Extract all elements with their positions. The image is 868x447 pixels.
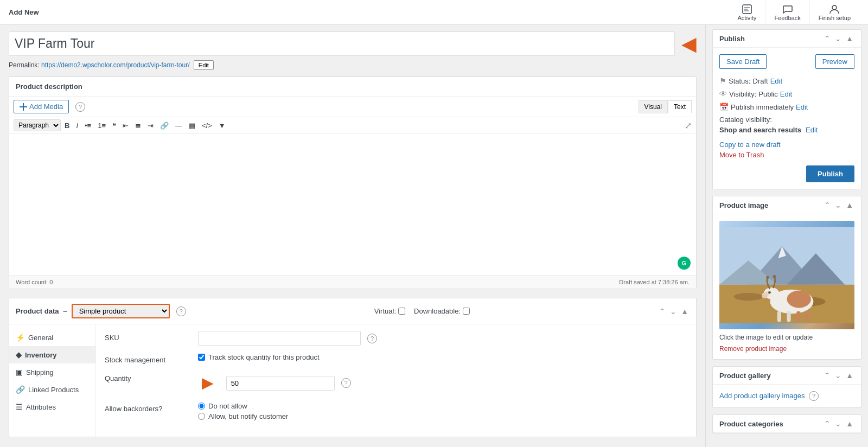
gallery-collapse-button[interactable]: ▲ [845,371,854,380]
add-gallery-link[interactable]: Add product gallery images [719,392,807,400]
editor-body[interactable]: G [9,134,696,275]
expand-editor-button[interactable]: ⤢ [685,120,692,131]
help-icon[interactable]: ? [75,102,85,112]
activity-icon [742,4,752,15]
categories-up-button[interactable]: ⌃ [823,419,832,428]
categories-collapse-button[interactable]: ▲ [845,419,854,428]
align-center-button[interactable]: ≣ [132,120,144,131]
add-media-icon [20,103,27,111]
image-down-button[interactable]: ⌄ [834,201,843,209]
product-image-panel-header[interactable]: Product image ⌃ ⌄ ▲ [713,196,861,214]
status-label: Status: [729,77,750,85]
image-collapse-button[interactable]: ▲ [845,201,854,209]
draft-saved: Draft saved at 7:38:26 am. [619,279,690,285]
backorder-allow-notify-radio[interactable] [198,413,205,420]
pd-down-button[interactable]: ⌄ [669,307,678,316]
quantity-help-icon[interactable]: ? [341,378,351,388]
product-type-help-icon[interactable]: ? [176,306,186,316]
backorder-do-not-allow-radio[interactable] [198,403,205,410]
paragraph-select[interactable]: Paragraph [14,119,61,131]
svg-point-14 [766,276,769,279]
quantity-input[interactable] [226,376,335,391]
sku-help-icon[interactable]: ? [367,334,377,343]
backorders-field-row: Allow backorders? Do not allow Allow, bu… [105,402,687,423]
product-gallery-panel-header[interactable]: Product gallery ⌃ ⌄ ▲ [713,367,861,385]
copy-draft-link[interactable]: Copy to a new draft [719,141,854,149]
save-draft-button[interactable]: Save Draft [719,54,767,69]
image-up-button[interactable]: ⌃ [823,201,832,209]
move-trash-link[interactable]: Move to Trash [719,151,854,159]
tab-general[interactable]: ⚡ General [9,329,95,346]
pd-collapse-button[interactable]: ▲ [680,307,690,316]
permalink-edit-button[interactable]: Edit [194,60,214,70]
product-type-select[interactable]: Simple product Variable product Grouped … [72,304,170,318]
product-image-preview[interactable] [719,221,854,329]
catalog-visibility-row: Catalog visibility: Shop and search resu… [719,113,854,136]
italic-button[interactable]: I [73,120,81,131]
svg-rect-3 [23,103,24,111]
sku-input[interactable] [198,331,361,346]
activity-label: Activity [738,15,757,21]
publish-collapse-button[interactable]: ▲ [845,34,854,43]
sku-field-row: SKU ? [105,331,687,346]
backorders-label: Allow backorders? [105,402,192,413]
publish-panel-header[interactable]: Publish ⌃ ⌄ ▲ [713,30,861,48]
visual-tab[interactable]: Visual [639,100,668,113]
backorder-do-not-allow-row: Do not allow [198,402,687,410]
topbar-actions: Activity Feedback Finish setup [729,1,859,24]
link-button[interactable]: 🔗 [157,120,171,131]
blockquote-button[interactable]: ❝ [110,120,119,131]
product-title-input[interactable]: VIP Farm Tour [9,31,675,56]
align-left-button[interactable]: ⇤ [120,120,131,131]
linked-products-icon: 🔗 [16,385,25,394]
product-categories-header[interactable]: Product categories ⌃ ⌄ ▲ [713,415,861,433]
product-categories-panel: Product categories ⌃ ⌄ ▲ [712,414,861,433]
hr-button[interactable]: ― [173,120,185,131]
attributes-icon: ☰ [16,403,23,411]
svg-rect-20 [777,311,781,322]
finish-setup-button[interactable]: Finish setup [809,1,859,24]
visibility-edit-link[interactable]: Edit [780,90,792,98]
pd-up-button[interactable]: ⌃ [658,307,667,316]
feedback-button[interactable]: Feedback [765,1,809,24]
catalog-edit-link[interactable]: Edit [806,126,818,134]
categories-down-button[interactable]: ⌄ [834,419,843,428]
gallery-up-button[interactable]: ⌃ [823,371,832,380]
bold-button[interactable]: B [62,120,72,131]
permalink-label: Permalink: [9,61,40,69]
virtual-label: Virtual: [374,307,396,315]
downloadable-checkbox[interactable] [463,308,470,315]
activity-button[interactable]: Activity [729,1,765,24]
tab-attributes[interactable]: ☰ Attributes [9,398,95,416]
permalink-url[interactable]: https://demo2.wpscholor.com/product/vip-… [41,61,189,69]
more-button[interactable]: ▼ [216,120,228,131]
table-button[interactable]: ▦ [186,120,198,131]
preview-button[interactable]: Preview [815,54,854,69]
backorder-allow-notify-row: Allow, but notify customer [198,412,687,420]
bullet-list-button[interactable]: •≡ [82,120,94,131]
remove-image-link[interactable]: Remove product image [719,345,787,353]
text-tab[interactable]: Text [668,100,692,113]
pd-collapse-buttons: ⌃ ⌄ ▲ [658,307,690,316]
tab-linked-products[interactable]: 🔗 Linked Products [9,381,95,398]
align-right-button[interactable]: ⇥ [145,120,156,131]
shipping-icon: ▣ [16,368,23,376]
tab-inventory[interactable]: ◆ Inventory [9,346,95,363]
media-help-row: Add Media ? Visual Text [9,97,696,117]
publish-time-edit-link[interactable]: Edit [796,103,808,111]
status-edit-link[interactable]: Edit [770,77,782,85]
track-stock-checkbox[interactable] [198,354,205,361]
publish-down-button[interactable]: ⌄ [834,34,843,43]
tab-shipping[interactable]: ▣ Shipping [9,363,95,381]
quantity-value-row: ► ? [198,372,351,394]
gallery-help-icon[interactable]: ? [809,391,819,401]
gallery-down-button[interactable]: ⌄ [834,371,843,380]
number-list-button[interactable]: 1≡ [95,120,108,131]
tab-shipping-label: Shipping [26,368,54,376]
add-media-button[interactable]: Add Media [14,100,69,113]
code-button[interactable]: </> [199,120,215,131]
publish-button[interactable]: Publish [806,165,854,182]
virtual-checkbox[interactable] [398,308,405,315]
publish-up-button[interactable]: ⌃ [823,34,832,43]
topbar: Add New Activity Feedback F [0,0,868,25]
